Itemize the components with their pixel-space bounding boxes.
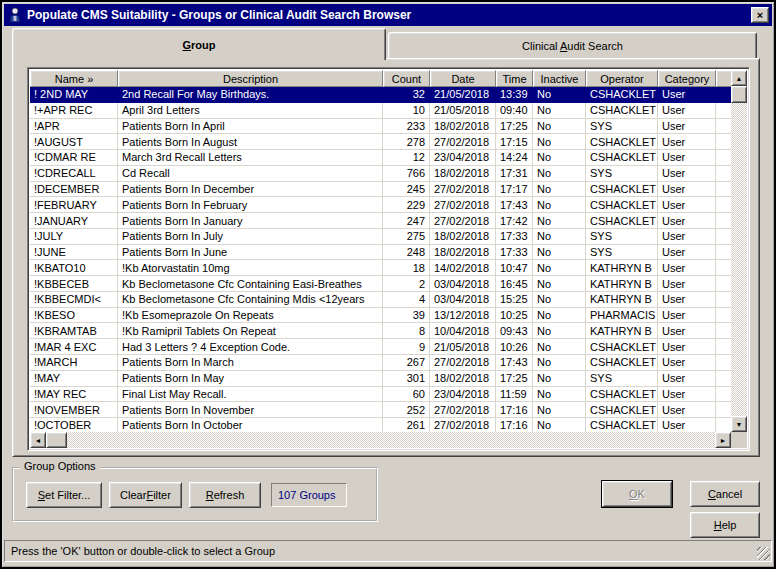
column-header-time[interactable]: Time (496, 70, 533, 87)
cell-date: 27/02/2018 (430, 402, 496, 417)
cell-inactive: No (533, 308, 586, 323)
cell-category: User (658, 355, 716, 370)
horizontal-scrollbar[interactable]: ◄ ► (30, 432, 731, 448)
table-row[interactable]: !JUNE Patients Born In June 248 18/02/20… (30, 245, 731, 261)
cell-time: 13:39 (496, 87, 533, 102)
column-header-description[interactable]: Description (118, 70, 383, 87)
cell-name: !DECEMBER (30, 182, 118, 197)
cell-inactive: No (533, 197, 586, 212)
column-header-count[interactable]: Count (383, 70, 430, 87)
cell-name: !CDRECALL (30, 166, 118, 181)
table-row[interactable]: !DECEMBER Patients Born In December 245 … (30, 182, 731, 198)
column-header-category[interactable]: Category (658, 70, 716, 87)
set-filter-button[interactable]: Set Filter... (26, 482, 102, 508)
table-row[interactable]: !KBBECEB Kb Beclometasone Cfc Containing… (30, 276, 731, 292)
cell-name: !AUGUST (30, 134, 118, 149)
cell-category: User (658, 292, 716, 307)
cell-category: User (658, 150, 716, 165)
cell-date: 13/12/2018 (430, 308, 496, 323)
table-row[interactable]: !MAY REC Final List May Recall. 60 23/04… (30, 387, 731, 403)
cell-description: March 3rd Recall Letters (118, 150, 383, 165)
refresh-button[interactable]: Refresh (189, 482, 261, 508)
table-row[interactable]: !KBBECMDI< Kb Beclometasone Cfc Containi… (30, 292, 731, 308)
clear-filter-button[interactable]: Clear Filter (109, 482, 182, 508)
cell-date: 18/02/2018 (430, 245, 496, 260)
table-row[interactable]: !JANUARY Patients Born In January 247 27… (30, 213, 731, 229)
cell-date: 18/02/2018 (430, 119, 496, 134)
scroll-left-button[interactable]: ◄ (30, 432, 46, 448)
table-row[interactable]: !CDRECALL Cd Recall 766 18/02/2018 17:31… (30, 166, 731, 182)
cell-count: 233 (383, 119, 430, 134)
table-row[interactable]: !KBESO !Kb Esomeprazole On Repeats 39 13… (30, 308, 731, 324)
table-row[interactable]: !FEBRUARY Patients Born In February 229 … (30, 197, 731, 213)
table-row[interactable]: !MAY Patients Born In May 301 18/02/2018… (30, 371, 731, 387)
table-row[interactable]: !APR Patients Born In April 233 18/02/20… (30, 119, 731, 135)
table-row[interactable]: !CDMAR RE March 3rd Recall Letters 12 23… (30, 150, 731, 166)
column-header-name[interactable]: Name » (30, 70, 118, 87)
cell-operator: CSHACKLET (586, 339, 658, 354)
cell-filler (716, 103, 731, 118)
cell-date: 10/04/2018 (430, 323, 496, 338)
cancel-button[interactable]: Cancel (690, 481, 760, 507)
cell-operator: CSHACKLET (586, 387, 658, 402)
cell-category: User (658, 134, 716, 149)
cell-time: 15:25 (496, 292, 533, 307)
scroll-right-button[interactable]: ► (715, 432, 731, 448)
cell-time: 17:16 (496, 402, 533, 417)
scroll-up-button[interactable]: ▲ (731, 70, 747, 86)
table-row[interactable]: !KBRAMTAB !Kb Ramipril Tablets On Repeat… (30, 323, 731, 339)
cell-count: 261 (383, 418, 430, 432)
cell-category: User (658, 323, 716, 338)
cell-operator: CSHACKLET (586, 197, 658, 212)
table-row[interactable]: ! 2ND MAY 2nd Recall For May Birthdays. … (30, 87, 731, 103)
column-header-date[interactable]: Date (430, 70, 496, 87)
cell-description: Patients Born In November (118, 402, 383, 417)
cell-filler (716, 371, 731, 386)
cell-name: !MARCH (30, 355, 118, 370)
table-row[interactable]: !NOVEMBER Patients Born In November 252 … (30, 402, 731, 418)
cell-time: 09:40 (496, 103, 533, 118)
ok-button[interactable]: OK (602, 481, 672, 507)
cell-filler (716, 245, 731, 260)
cell-inactive: No (533, 339, 586, 354)
cell-time: 14:24 (496, 150, 533, 165)
cell-date: 21/05/2018 (430, 339, 496, 354)
table-row[interactable]: !JULY Patients Born In July 275 18/02/20… (30, 229, 731, 245)
column-header-operator[interactable]: Operator (586, 70, 658, 87)
cell-filler (716, 213, 731, 228)
table-row[interactable]: !+APR REC April 3rd Letters 10 21/05/201… (30, 103, 731, 119)
cell-time: 17:31 (496, 166, 533, 181)
cell-inactive: No (533, 134, 586, 149)
cell-category: User (658, 87, 716, 102)
table-row[interactable]: !AUGUST Patients Born In August 278 27/0… (30, 134, 731, 150)
table-row[interactable]: !MARCH Patients Born In March 267 27/02/… (30, 355, 731, 371)
vertical-scroll-thumb[interactable] (731, 86, 747, 103)
resize-grip[interactable] (757, 547, 770, 560)
horizontal-scroll-thumb[interactable] (46, 432, 67, 448)
vertical-scrollbar[interactable]: ▲ ▼ (731, 70, 747, 432)
cell-time: 17:15 (496, 134, 533, 149)
title-bar: Populate CMS Suitability - Groups or Cli… (4, 4, 772, 26)
tab-clinical-audit-search[interactable]: Clinical Audit Search (388, 32, 757, 58)
cell-time: 17:43 (496, 197, 533, 212)
help-button[interactable]: Help (690, 512, 760, 538)
table-row[interactable]: !MAR 4 EXC Had 3 Letters ? 4 Exception C… (30, 339, 731, 355)
cell-name: !FEBRUARY (30, 197, 118, 212)
table-row[interactable]: !KBATO10 !Kb Atorvastatin 10mg 18 14/02/… (30, 260, 731, 276)
cell-description: Patients Born In October (118, 418, 383, 432)
column-header-inactive[interactable]: Inactive (533, 70, 586, 87)
cell-name: !KBBECMDI< (30, 292, 118, 307)
cell-category: User (658, 371, 716, 386)
cell-description: Cd Recall (118, 166, 383, 181)
scroll-down-button[interactable]: ▼ (731, 416, 747, 432)
cell-date: 03/04/2018 (430, 292, 496, 307)
cell-count: 766 (383, 166, 430, 181)
cell-filler (716, 308, 731, 323)
tab-group[interactable]: Group (12, 28, 386, 60)
close-button[interactable]: × (751, 7, 769, 23)
cell-operator: CSHACKLET (586, 418, 658, 432)
table-row[interactable]: !OCTOBER Patients Born In October 261 27… (30, 418, 731, 432)
listview-header: Name » Description Count Date Time Inact… (30, 70, 731, 87)
cell-count: 12 (383, 150, 430, 165)
cell-time: 17:16 (496, 418, 533, 432)
